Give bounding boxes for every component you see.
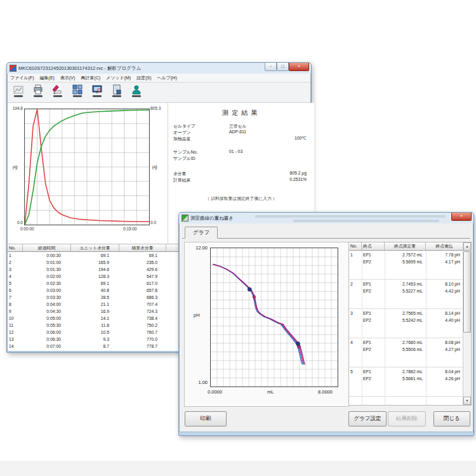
menu-recalc[interactable]: 再計算(C) bbox=[81, 75, 100, 81]
table-cell: 760.7 bbox=[119, 329, 166, 336]
toolbar-print-button[interactable] bbox=[29, 83, 47, 102]
toolbar-tile-button[interactable] bbox=[68, 83, 86, 102]
graph-settings-button[interactable]: グラフ設定 bbox=[348, 411, 387, 426]
ph-axis-max: 12.00 bbox=[187, 245, 208, 251]
ep-table-scrollbar[interactable]: ▲ ▼ bbox=[463, 242, 471, 405]
table-cell: 9 bbox=[8, 308, 23, 315]
toolbar-monitor-button[interactable] bbox=[88, 83, 106, 102]
ep-cell: 2.7453 mL bbox=[385, 281, 426, 288]
menu-help[interactable]: ヘルプ(H) bbox=[157, 75, 177, 81]
ep-column-potential[interactable]: 終点電位 bbox=[426, 242, 463, 251]
menu-settings[interactable]: 設定(S) bbox=[136, 75, 151, 81]
x-axis-end: 0:15:00 bbox=[123, 227, 137, 231]
table-cell: 14 bbox=[8, 343, 23, 350]
ph-axis-label: pH bbox=[194, 312, 200, 318]
toolbar-label-bar bbox=[14, 95, 23, 97]
ep-table-row[interactable]: 1EP12.7572 mL7.78 pHEP25.5695 mL4.17 pH bbox=[349, 251, 463, 280]
table-cell: 0:05:00 bbox=[23, 315, 71, 322]
toolbar-edit-button[interactable] bbox=[48, 83, 67, 102]
ep-cell: 4.27 pH bbox=[426, 346, 463, 353]
ep-cell: 2.7565 mL bbox=[385, 310, 426, 317]
table-cell: 2 bbox=[8, 259, 23, 266]
user-icon bbox=[131, 84, 142, 95]
dialog-close-icon[interactable]: × bbox=[451, 213, 472, 221]
ep-cell: 8.10 pH bbox=[426, 281, 463, 288]
ep-cell: 2.7882 mL bbox=[385, 368, 426, 375]
table-cell: 7 bbox=[8, 294, 23, 301]
oven-value: ADP-611 bbox=[229, 129, 280, 136]
ep-column-volume[interactable]: 終点滴定量 bbox=[385, 242, 426, 251]
glass-reflection bbox=[255, 215, 446, 218]
table-cell: 0:01:00 bbox=[23, 259, 71, 266]
table-cell: 0:07:00 bbox=[23, 343, 71, 350]
print-icon bbox=[33, 84, 43, 95]
delete-results-button[interactable]: 結果削除 bbox=[388, 411, 426, 426]
chart-icon bbox=[13, 84, 23, 95]
print-button[interactable]: 印刷 bbox=[185, 411, 227, 426]
table-cell: 28.5 bbox=[71, 294, 119, 301]
oven-label: オーブン bbox=[173, 129, 229, 136]
sample-no-label: サンプルNo. bbox=[173, 149, 229, 155]
ep-cell: 4.17 pH bbox=[426, 258, 463, 265]
close-button[interactable]: × bbox=[289, 63, 309, 71]
sample-no-value: 01 - 03 bbox=[229, 149, 280, 155]
toolbar-document-button[interactable] bbox=[107, 83, 126, 102]
ep-cell: EP2 bbox=[362, 258, 385, 265]
ep-cell: 5.5506 mL bbox=[385, 346, 426, 353]
minimize-button[interactable]: – bbox=[265, 63, 277, 71]
column-header-total-water[interactable]: 積算水分量 bbox=[119, 244, 166, 252]
ep-table-row[interactable]: 5EP12.7882 mL8.04 pHEP25.5681 mL4.26 pH bbox=[349, 367, 463, 397]
ep-column-endpoint[interactable]: 終点 bbox=[362, 242, 385, 251]
drying-chart-plot bbox=[25, 109, 149, 225]
table-cell: 0:06:30 bbox=[23, 336, 71, 343]
document-icon bbox=[112, 84, 122, 95]
column-header-no[interactable]: No. bbox=[8, 244, 23, 252]
table-cell: 69.1 bbox=[71, 252, 119, 259]
ep-cell: EP1 bbox=[362, 281, 385, 288]
table-cell: 724.3 bbox=[119, 308, 166, 315]
table-cell: 69.1 bbox=[71, 280, 119, 287]
toolbar-label-bar bbox=[53, 95, 62, 97]
column-header-unit-water[interactable]: ユニット水分量 bbox=[71, 244, 119, 252]
toolbar-label-bar bbox=[132, 95, 141, 97]
menu-edit[interactable]: 編集(E) bbox=[40, 75, 55, 81]
ep-table-row[interactable]: 3EP12.7565 mL8.14 pHEP25.5242 mL4.40 pH bbox=[349, 309, 463, 338]
table-cell: 778.7 bbox=[119, 343, 166, 350]
close-dialog-button[interactable]: 閉じる bbox=[433, 411, 470, 426]
column-divider bbox=[385, 251, 385, 405]
ep-cell: EP1 bbox=[362, 251, 385, 258]
table-cell: 0:04:30 bbox=[23, 308, 71, 315]
app-icon bbox=[10, 65, 17, 72]
menu-view[interactable]: 表示(V) bbox=[60, 75, 75, 81]
column-header-elapsed[interactable]: 経過時間 bbox=[23, 244, 71, 252]
ml-axis-label: mL bbox=[267, 389, 274, 395]
titration-chart: 12.00 pH 1.00 0.0000 mL 8.0000 bbox=[184, 242, 349, 407]
table-cell: 5 bbox=[8, 280, 23, 287]
ep-column-no[interactable]: No. bbox=[349, 242, 362, 251]
table-cell: 8 bbox=[8, 301, 23, 308]
table-cell: 750.2 bbox=[119, 322, 166, 329]
maximize-button[interactable]: ▢ bbox=[277, 63, 289, 71]
ep-cell: EP2 bbox=[362, 375, 385, 382]
scroll-down-icon[interactable]: ▼ bbox=[463, 397, 471, 405]
table-cell: 235.0 bbox=[119, 259, 166, 266]
ep-table-row[interactable]: 4EP12.7680 mL8.08 pHEP25.5506 mL4.27 pH bbox=[349, 338, 463, 367]
dialog-titlebar[interactable]: 測定曲線の重ね書き × bbox=[179, 213, 473, 223]
ml-axis-min: 0.0000 bbox=[208, 389, 222, 395]
scroll-up-icon[interactable]: ▲ bbox=[463, 242, 471, 251]
menu-method[interactable]: メソッド(M) bbox=[106, 75, 131, 81]
ep-cell: 2.7680 mL bbox=[385, 339, 426, 346]
analysis-titlebar[interactable]: MKC610S723124520130301174312.rvc - 解析プログ… bbox=[7, 63, 311, 74]
ep-table-row[interactable]: 2EP12.7453 mL8.10 pHEP25.5227 mL4.42 pH bbox=[349, 280, 463, 309]
heat-temp-label: 加熱温度 bbox=[173, 136, 229, 142]
tab-graph[interactable]: グラフ bbox=[185, 227, 218, 239]
table-cell: 11 bbox=[8, 322, 23, 329]
table-cell: 10.5 bbox=[71, 329, 119, 336]
menu-file[interactable]: ファイル(F) bbox=[10, 75, 34, 81]
toolbar-user-button[interactable] bbox=[127, 83, 145, 102]
toolbar-chart-button[interactable] bbox=[9, 83, 27, 102]
scrollbar-thumb[interactable] bbox=[463, 251, 471, 333]
right-axis-unit: μg bbox=[152, 164, 157, 169]
table-cell: 14.1 bbox=[71, 315, 119, 322]
menubar: ファイル(F) 編集(E) 表示(V) 再計算(C) メソッド(M) 設定(S)… bbox=[8, 74, 310, 83]
